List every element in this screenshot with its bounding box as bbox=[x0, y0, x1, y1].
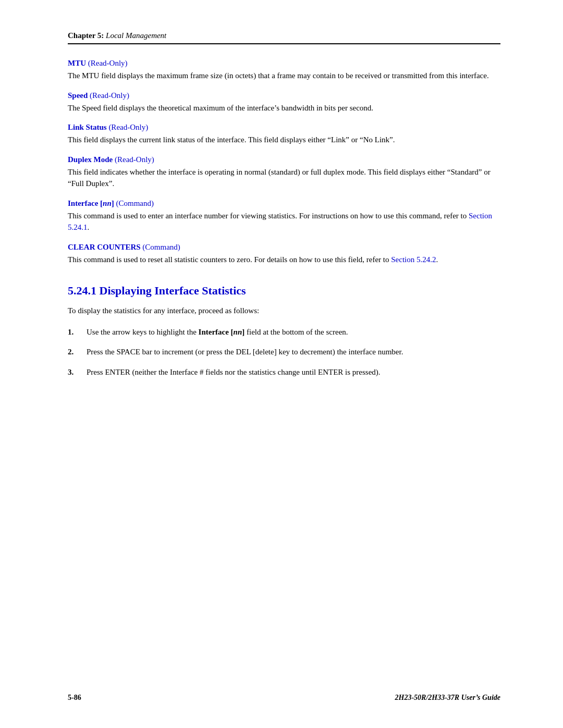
step-3: 3. Press ENTER (neither the Interface # … bbox=[68, 366, 500, 378]
field-speed-label: Speed (Read-Only) bbox=[68, 91, 500, 100]
page: Chapter 5: Local Management MTU (Read-On… bbox=[0, 0, 563, 728]
footer: 5-86 2H23-50R/2H33-37R User’s Guide bbox=[68, 694, 500, 702]
field-link-status: Link Status (Read-Only) This field displ… bbox=[68, 123, 500, 146]
chapter-title-text: Local Management bbox=[106, 31, 166, 40]
field-link-status-suffix: (Read-Only) bbox=[107, 123, 149, 131]
field-duplex-mode: Duplex Mode (Read-Only) This field indic… bbox=[68, 155, 500, 190]
field-mtu: MTU (Read-Only) The MTU field displays t… bbox=[68, 59, 500, 82]
field-mtu-name: MTU bbox=[68, 59, 86, 67]
step-3-num: 3. bbox=[68, 366, 87, 378]
field-clear-counters-name: CLEAR COUNTERS bbox=[68, 243, 141, 251]
step-2-content: Press the SPACE bar to increment (or pre… bbox=[87, 346, 500, 358]
field-interface-desc: This command is used to enter an interfa… bbox=[68, 210, 500, 233]
section-number: 5.24.1 bbox=[68, 284, 96, 297]
field-duplex-mode-suffix: (Read-Only) bbox=[113, 155, 154, 164]
field-clear-counters: CLEAR COUNTERS (Command) This command is… bbox=[68, 243, 500, 266]
link-section-5241[interactable]: Section 5.24.1 bbox=[68, 212, 492, 232]
step-2-num: 2. bbox=[68, 346, 87, 358]
field-interface-label: Interface [nn] (Command) bbox=[68, 199, 500, 208]
field-clear-counters-label: CLEAR COUNTERS (Command) bbox=[68, 243, 500, 252]
field-duplex-mode-label: Duplex Mode (Read-Only) bbox=[68, 155, 500, 164]
field-speed: Speed (Read-Only) The Speed field displa… bbox=[68, 91, 500, 114]
section-heading: 5.24.1 Displaying Interface Statistics bbox=[68, 284, 500, 298]
field-clear-counters-suffix: (Command) bbox=[141, 243, 180, 251]
footer-page-number: 5-86 bbox=[68, 694, 81, 702]
section-intro: To display the statistics for any interf… bbox=[68, 305, 500, 317]
field-interface: Interface [nn] (Command) This command is… bbox=[68, 199, 500, 233]
field-clear-counters-desc: This command is used to reset all statis… bbox=[68, 254, 500, 266]
step-2: 2. Press the SPACE bar to increment (or … bbox=[68, 346, 500, 358]
field-link-status-name: Link Status bbox=[68, 123, 107, 131]
step-1-content: Use the arrow keys to highlight the Inte… bbox=[87, 326, 500, 338]
field-duplex-mode-desc: This field indicates whether the interfa… bbox=[68, 166, 500, 190]
chapter-title: Chapter 5: Local Management bbox=[68, 31, 166, 40]
footer-guide-title: 2H23-50R/2H33-37R User’s Guide bbox=[395, 694, 500, 702]
field-interface-suffix: (Command) bbox=[114, 199, 154, 207]
chapter-label: Chapter 5: bbox=[68, 31, 104, 40]
link-section-5242[interactable]: Section 5.24.2 bbox=[391, 255, 436, 264]
step-3-content: Press ENTER (neither the Interface # fie… bbox=[87, 366, 500, 378]
field-link-status-label: Link Status (Read-Only) bbox=[68, 123, 500, 132]
step-1: 1. Use the arrow keys to highlight the I… bbox=[68, 326, 500, 338]
field-speed-name: Speed bbox=[68, 91, 88, 100]
section-title: Displaying Interface Statistics bbox=[100, 284, 246, 297]
field-mtu-label: MTU (Read-Only) bbox=[68, 59, 500, 68]
step-1-num: 1. bbox=[68, 326, 87, 338]
chapter-header: Chapter 5: Local Management bbox=[68, 31, 500, 44]
field-duplex-mode-name: Duplex Mode bbox=[68, 155, 113, 164]
steps-list: 1. Use the arrow keys to highlight the I… bbox=[68, 326, 500, 378]
field-mtu-desc: The MTU field displays the maximum frame… bbox=[68, 70, 500, 82]
field-speed-suffix: (Read-Only) bbox=[88, 91, 129, 100]
field-mtu-suffix: (Read-Only) bbox=[86, 59, 128, 67]
step-1-bold: Interface [nn] bbox=[199, 328, 245, 336]
field-speed-desc: The Speed field displays the theoretical… bbox=[68, 102, 500, 114]
field-interface-name: Interface [nn] bbox=[68, 199, 114, 207]
field-link-status-desc: This field displays the current link sta… bbox=[68, 134, 500, 146]
